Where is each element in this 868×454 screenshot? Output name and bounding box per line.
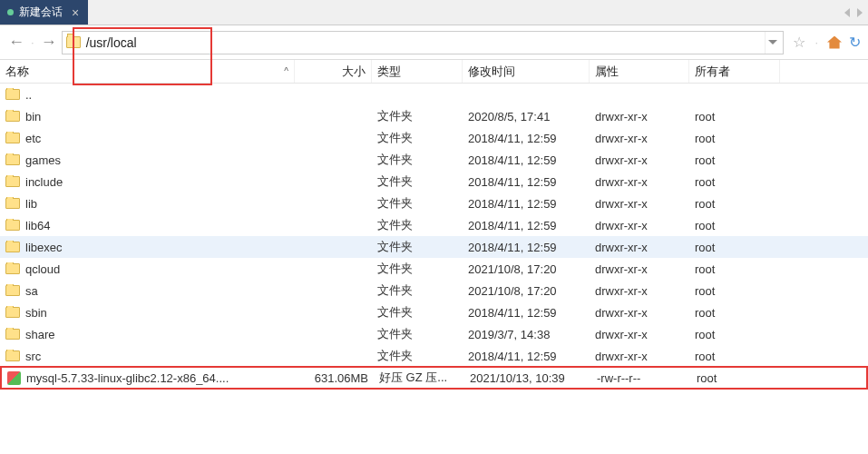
cell-owner: root bbox=[689, 153, 780, 167]
cell-attr: drwxr-xr-x bbox=[590, 197, 689, 211]
status-dot-icon bbox=[7, 9, 14, 15]
cell-attr: drwxr-xr-x bbox=[590, 306, 689, 320]
cell-type: 文件夹 bbox=[372, 195, 463, 212]
table-row[interactable]: sbin文件夹2018/4/11, 12:59drwxr-xr-xroot bbox=[0, 301, 868, 323]
refresh-icon[interactable]: ↻ bbox=[849, 34, 861, 51]
cell-attr: drwxr-xr-x bbox=[590, 175, 689, 189]
table-row[interactable]: include文件夹2018/4/11, 12:59drwxr-xr-xroot bbox=[0, 171, 868, 192]
file-name: include bbox=[25, 175, 63, 189]
archive-icon bbox=[7, 371, 21, 385]
toolbar: ← · → /usr/local ☆ · ↻ bbox=[0, 25, 868, 60]
bookmark-icon[interactable]: ☆ bbox=[793, 34, 805, 51]
home-icon[interactable] bbox=[827, 36, 842, 49]
cell-mtime: 2021/10/8, 17:20 bbox=[463, 262, 590, 276]
cell-owner: root bbox=[689, 132, 780, 145]
cell-type: 文件夹 bbox=[372, 348, 463, 364]
table-row[interactable]: lib64文件夹2018/4/11, 12:59drwxr-xr-xroot bbox=[0, 214, 868, 236]
table-row[interactable]: qcloud文件夹2021/10/8, 17:20drwxr-xr-xroot bbox=[0, 258, 868, 280]
cell-mtime: 2018/4/11, 12:59 bbox=[463, 241, 590, 254]
cell-type: 文件夹 bbox=[372, 261, 463, 277]
cell-owner: root bbox=[689, 197, 780, 211]
address-dropdown[interactable] bbox=[765, 32, 779, 54]
folder-icon bbox=[5, 111, 20, 122]
table-row[interactable]: libexec文件夹2018/4/11, 12:59drwxr-xr-xroot bbox=[0, 236, 868, 258]
forward-button[interactable]: → bbox=[40, 34, 58, 52]
close-icon[interactable]: × bbox=[72, 5, 79, 20]
cell-attr: drwxr-xr-x bbox=[590, 153, 689, 167]
folder-icon bbox=[5, 198, 20, 209]
file-name: etc bbox=[25, 132, 41, 145]
chevron-down-icon bbox=[768, 40, 777, 44]
cell-mtime: 2018/4/11, 12:59 bbox=[463, 350, 590, 363]
file-name: .. bbox=[25, 88, 32, 102]
cell-attr: drwxr-xr-x bbox=[590, 219, 689, 232]
address-bar[interactable]: /usr/local bbox=[62, 31, 785, 54]
session-tab[interactable]: 新建会话 × bbox=[0, 0, 88, 25]
header-type[interactable]: 类型 bbox=[372, 60, 463, 83]
nav-separator: · bbox=[31, 35, 34, 49]
table-row[interactable]: share文件夹2019/3/7, 14:38drwxr-xr-xroot bbox=[0, 323, 868, 345]
cell-owner: root bbox=[691, 371, 782, 385]
header-size[interactable]: 大小 bbox=[295, 60, 372, 83]
file-list: ..bin文件夹2020/8/5, 17:41drwxr-xr-xrootetc… bbox=[0, 84, 868, 390]
table-row[interactable]: mysql-5.7.33-linux-glibc2.12-x86_64....6… bbox=[0, 366, 868, 390]
cell-attr: drwxr-xr-x bbox=[590, 132, 689, 145]
cell-type: 文件夹 bbox=[372, 326, 463, 342]
folder-icon bbox=[5, 133, 20, 143]
cell-mtime: 2019/3/7, 14:38 bbox=[463, 328, 590, 341]
folder-icon bbox=[5, 285, 20, 296]
cell-type: 文件夹 bbox=[372, 152, 463, 168]
table-row[interactable]: lib文件夹2018/4/11, 12:59drwxr-xr-xroot bbox=[0, 192, 868, 214]
cell-owner: root bbox=[689, 219, 780, 232]
cell-attr: drwxr-xr-x bbox=[590, 350, 689, 363]
file-name: share bbox=[25, 328, 55, 341]
cell-owner: root bbox=[689, 284, 780, 298]
cell-type: 文件夹 bbox=[372, 282, 463, 299]
table-row[interactable]: sa文件夹2021/10/8, 17:20drwxr-xr-xroot bbox=[0, 280, 868, 301]
header-attr[interactable]: 属性 bbox=[590, 60, 689, 83]
scroll-right-icon[interactable] bbox=[857, 8, 863, 17]
cell-attr: drwxr-xr-x bbox=[590, 262, 689, 276]
file-name: lib64 bbox=[25, 219, 50, 232]
cell-owner: root bbox=[689, 110, 780, 123]
cell-attr: drwxr-xr-x bbox=[590, 241, 689, 254]
cell-owner: root bbox=[689, 306, 780, 320]
file-name: sa bbox=[25, 284, 38, 298]
cell-mtime: 2020/8/5, 17:41 bbox=[463, 110, 590, 123]
cell-mtime: 2018/4/11, 12:59 bbox=[463, 219, 590, 232]
column-headers: 名称^ 大小 类型 修改时间 属性 所有者 bbox=[0, 60, 868, 84]
table-row[interactable]: .. bbox=[0, 84, 868, 105]
cell-type: 文件夹 bbox=[372, 108, 463, 124]
cell-type: 文件夹 bbox=[372, 217, 463, 233]
cell-owner: root bbox=[689, 328, 780, 341]
cell-mtime: 2021/10/8, 17:20 bbox=[463, 284, 590, 298]
header-mtime[interactable]: 修改时间 bbox=[463, 60, 590, 83]
cell-attr: drwxr-xr-x bbox=[590, 284, 689, 298]
folder-icon bbox=[5, 220, 20, 231]
folder-icon bbox=[5, 89, 20, 100]
header-owner[interactable]: 所有者 bbox=[689, 60, 780, 83]
cell-mtime: 2018/4/11, 12:59 bbox=[463, 197, 590, 211]
table-row[interactable]: bin文件夹2020/8/5, 17:41drwxr-xr-xroot bbox=[0, 105, 868, 127]
cell-mtime: 2018/4/11, 12:59 bbox=[463, 306, 590, 320]
file-name: src bbox=[25, 350, 41, 363]
folder-icon bbox=[5, 350, 20, 361]
folder-icon bbox=[5, 329, 20, 340]
table-row[interactable]: src文件夹2018/4/11, 12:59drwxr-xr-xroot bbox=[0, 345, 868, 367]
file-name: bin bbox=[25, 110, 41, 123]
header-name[interactable]: 名称^ bbox=[0, 60, 295, 83]
cell-owner: root bbox=[689, 350, 780, 363]
scroll-left-icon[interactable] bbox=[844, 8, 850, 17]
back-button[interactable]: ← bbox=[7, 34, 25, 52]
file-name: libexec bbox=[25, 241, 62, 254]
cell-size: 631.06MB bbox=[297, 371, 374, 385]
file-name: games bbox=[25, 153, 61, 167]
folder-icon bbox=[5, 242, 20, 252]
cell-owner: root bbox=[689, 241, 780, 254]
file-name: lib bbox=[25, 197, 37, 211]
table-row[interactable]: etc文件夹2018/4/11, 12:59drwxr-xr-xroot bbox=[0, 127, 868, 149]
table-row[interactable]: games文件夹2018/4/11, 12:59drwxr-xr-xroot bbox=[0, 149, 868, 171]
tab-bar: 新建会话 × bbox=[0, 0, 868, 25]
folder-icon bbox=[66, 36, 81, 48]
folder-icon bbox=[5, 154, 20, 165]
